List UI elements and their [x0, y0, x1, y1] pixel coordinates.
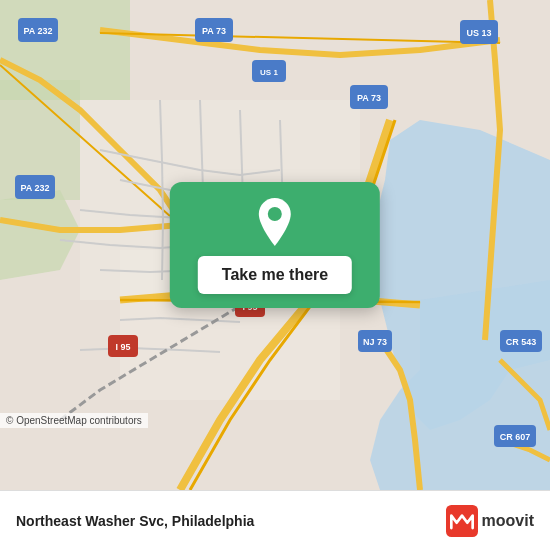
- svg-text:PA 232: PA 232: [23, 26, 52, 36]
- svg-text:US 1: US 1: [260, 68, 278, 77]
- take-me-there-button[interactable]: Take me there: [198, 256, 352, 294]
- svg-text:PA 73: PA 73: [202, 26, 226, 36]
- location-pin-icon: [251, 200, 299, 248]
- svg-text:NJ 73: NJ 73: [363, 337, 387, 347]
- svg-text:PA 73: PA 73: [357, 93, 381, 103]
- svg-text:CR 543: CR 543: [506, 337, 537, 347]
- moovit-icon: [446, 505, 478, 537]
- svg-point-29: [268, 207, 282, 221]
- svg-text:CR 607: CR 607: [500, 432, 531, 442]
- map-container: PA 232 PA 232 PA 73 PA 73 US 13 US 1 I 9…: [0, 0, 550, 490]
- svg-text:I 95: I 95: [115, 342, 130, 352]
- copyright-text: © OpenStreetMap contributors: [0, 413, 148, 428]
- location-name: Northeast Washer Svc, Philadelphia: [16, 513, 254, 529]
- svg-text:US 13: US 13: [466, 28, 491, 38]
- button-overlay: Take me there: [170, 182, 380, 308]
- moovit-logo: moovit: [446, 505, 534, 537]
- svg-text:PA 232: PA 232: [20, 183, 49, 193]
- bottom-bar: Northeast Washer Svc, Philadelphia moovi…: [0, 490, 550, 550]
- moovit-logo-text: moovit: [482, 512, 534, 530]
- green-panel: Take me there: [170, 182, 380, 308]
